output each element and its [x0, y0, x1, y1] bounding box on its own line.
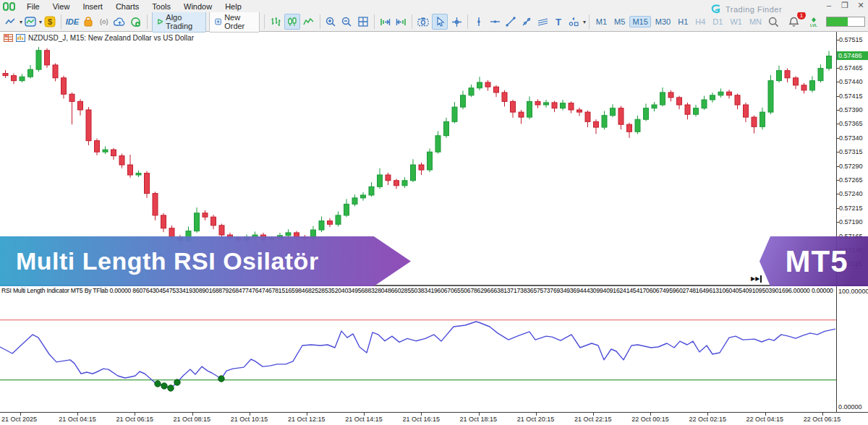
shift-end-icon[interactable] — [378, 14, 392, 29]
price-axis-label: 0.57265 — [839, 176, 863, 184]
time-axis-label: 22 Oct 00:15 — [631, 416, 669, 423]
svg-text:$: $ — [48, 17, 52, 26]
banner-multi-length-rsi: Multi Length RSI Osilatör — [0, 236, 411, 286]
time-axis-tick — [421, 413, 422, 416]
timeframe-h4[interactable]: H4 — [692, 16, 708, 27]
depth-of-market-icon — [4, 34, 13, 42]
price-axis-tick — [836, 166, 839, 167]
screenshot-camera-icon[interactable] — [416, 14, 430, 29]
vps-cloud-icon[interactable] — [113, 14, 127, 29]
play-icon — [158, 18, 163, 25]
trendline-tool-icon[interactable] — [503, 14, 518, 29]
lvl-icon[interactable]: LVL — [807, 14, 821, 29]
time-axis-tick — [364, 413, 365, 416]
price-axis-tick — [836, 110, 839, 111]
grid-icon[interactable] — [356, 14, 370, 29]
trading-finder-text: Trading Finder — [726, 5, 782, 14]
chart-profile-dropdown[interactable]: ▾ — [20, 19, 22, 25]
price-axis-label: 0.57315 — [839, 148, 863, 155]
toolbar-separator — [320, 14, 320, 29]
svg-text:LVL: LVL — [810, 23, 818, 27]
timeframe-m15[interactable]: M15 — [629, 16, 650, 27]
indicator-label: RSI Multi Length Indicator MT5 By TFlab … — [1, 287, 835, 294]
close-button[interactable]: ✕ — [856, 1, 865, 10]
minimize-button[interactable]: – — [825, 1, 833, 10]
price-axis-label: 0.57215 — [839, 205, 863, 212]
signals-icon[interactable]: (o) — [97, 14, 111, 29]
chart-profile-icon[interactable] — [4, 14, 18, 29]
market-bag-icon[interactable] — [81, 14, 95, 29]
indicator-window-dropdown[interactable]: ▾ — [39, 19, 42, 25]
price-axis-label: 0.57390 — [839, 106, 863, 113]
shapes-tool-icon[interactable] — [567, 14, 582, 29]
channel-tool-icon[interactable] — [535, 14, 550, 29]
timeframe-m1[interactable]: M1 — [593, 16, 610, 27]
toolbar-separator — [374, 14, 375, 29]
new-order-label: New Order — [224, 13, 254, 30]
time-axis-tick — [135, 413, 135, 416]
mql5-dollar-icon[interactable]: $ — [43, 14, 57, 29]
price-axis-tick — [836, 124, 839, 124]
shift-chart-icon[interactable] — [393, 14, 408, 29]
zoom-out-icon[interactable] — [340, 14, 354, 29]
window-controls: – ❐ ✕ — [825, 1, 865, 10]
horizontal-line-tool-icon[interactable] — [488, 14, 502, 29]
maximize-button[interactable]: ❐ — [841, 1, 849, 10]
community-globe-icon[interactable] — [129, 14, 143, 29]
candlestick-mode-icon[interactable] — [284, 14, 300, 30]
indicator-window-icon[interactable] — [23, 14, 38, 29]
bar-chart-mode-icon[interactable] — [268, 14, 283, 29]
timeframe-d1[interactable]: D1 — [710, 16, 726, 27]
menu-file[interactable]: File — [20, 1, 46, 12]
time-axis-tick — [765, 413, 766, 416]
timeframe-mn[interactable]: MN — [746, 16, 765, 27]
price-axis-tick — [836, 222, 839, 223]
menu-view[interactable]: View — [46, 1, 77, 12]
timeframe-w1[interactable]: W1 — [727, 16, 745, 27]
menu-window[interactable]: Window — [177, 1, 218, 12]
time-axis-tick — [650, 413, 651, 416]
vertical-line-tool-icon[interactable] — [472, 14, 486, 29]
line-chart-mode-icon[interactable] — [302, 14, 316, 29]
trading-finder-watermark: Trading Finder — [710, 4, 782, 15]
connection-progress-bar — [826, 17, 865, 27]
text-tool-icon[interactable]: T — [551, 14, 566, 29]
algo-trading-button[interactable]: Algo Trading — [152, 11, 206, 33]
time-axis-label: 21 Oct 22:15 — [574, 416, 612, 423]
menu-charts[interactable]: Charts — [109, 1, 145, 12]
price-axis-label: 0.57365 — [839, 120, 863, 127]
toolbar-separator — [412, 14, 412, 29]
toolbar-separator — [147, 14, 148, 29]
main-toolbar: ▾ ▾ $ IDE (o) Algo Trading New Order — [0, 12, 868, 32]
notifications-bell-icon[interactable]: 1 — [786, 14, 801, 29]
price-axis-label: 0.57465 — [839, 64, 863, 72]
time-axis-tick — [307, 413, 307, 416]
metaeditor-ide-button[interactable]: IDE — [65, 14, 80, 29]
price-axis-tick — [836, 194, 839, 194]
menu-help[interactable]: Help — [218, 1, 248, 12]
crosshair-icon[interactable] — [449, 14, 464, 29]
timeframe-h1[interactable]: H1 — [675, 16, 691, 27]
banner-left-text: Multi Length RSI Osilatör — [0, 247, 319, 275]
price-axis-tick — [836, 208, 839, 209]
time-axis-label: 21 Oct 08:15 — [174, 416, 211, 423]
scroll-to-end-icon[interactable]: ▶▶ — [751, 275, 762, 283]
search-icon[interactable] — [766, 14, 780, 29]
time-axis[interactable]: 21 Oct 202521 Oct 04:1521 Oct 06:1521 Oc… — [0, 412, 868, 425]
new-order-button[interactable]: New Order — [209, 11, 260, 33]
chart-region[interactable] — [0, 32, 868, 412]
menu-tools[interactable]: Tools — [145, 1, 177, 12]
timeframe-m5[interactable]: M5 — [611, 16, 628, 27]
zoom-in-icon[interactable] — [324, 14, 339, 29]
time-axis-label: 22 Oct 02:15 — [689, 416, 726, 423]
chart-title-row: NZDUSD_J, M15: New Zealand Dollar vs US … — [4, 34, 194, 42]
timeframe-m30[interactable]: M30 — [652, 16, 673, 27]
price-axis-tick — [836, 68, 839, 69]
cursor-icon[interactable] — [432, 14, 448, 30]
time-axis-label: 22 Oct 04:15 — [746, 416, 784, 423]
trendline-angle-tool-icon[interactable] — [519, 14, 534, 29]
menu-insert[interactable]: Insert — [76, 1, 109, 12]
time-axis-tick — [593, 413, 594, 416]
time-axis-tick — [707, 413, 708, 416]
shapes-tool-dropdown[interactable]: ▾ — [583, 19, 586, 25]
